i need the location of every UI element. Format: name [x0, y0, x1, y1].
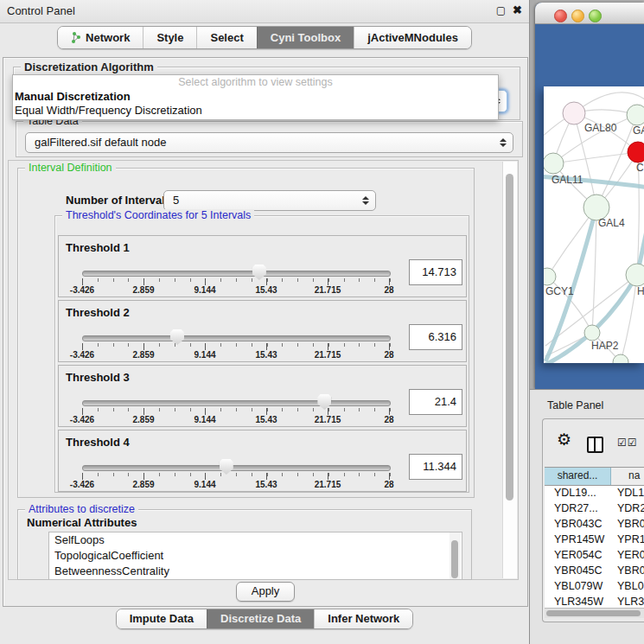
dropdown-option-equal-width[interactable]: Equal Width/Frequency Discretization [13, 104, 498, 118]
node-label-gcy1: GCY1 [545, 285, 574, 297]
close-window-icon[interactable]: ✖ [513, 3, 522, 16]
table-row[interactable]: YBR045CYBR0 [545, 564, 644, 579]
tab-discretize-data[interactable]: Discretize Data [207, 609, 314, 628]
table-horizontal-scrollbar[interactable] [545, 608, 644, 618]
node-clipped-top-right[interactable] [627, 105, 644, 125]
control-panel-window: Control Panel ▢ ✖ Network Style Select C… [0, 0, 530, 644]
tick-label: 28 [384, 480, 393, 489]
tab-select[interactable]: Select [196, 27, 256, 48]
tab-jactivemnodules-label: jActiveMNodules [367, 27, 458, 48]
node-gal80[interactable] [563, 102, 585, 124]
tab-jactivemnodules[interactable]: jActiveMNodules [354, 27, 471, 48]
scrollbar-thumb[interactable] [506, 174, 513, 501]
cell: YPR1 [617, 533, 644, 545]
table-row[interactable]: YLR345WYLR3 [545, 595, 644, 608]
float-window-icon[interactable]: ▢ [496, 4, 506, 16]
attributes-panel-title: Attributes to discretize [25, 503, 138, 515]
discretization-algorithm-title: Discretization Algorithm [21, 61, 157, 73]
network-canvas[interactable]: GAL80 GA C GAL11 GAL4 GCY1 H HAP2 [544, 86, 644, 363]
number-of-intervals-combobox[interactable]: 5 [163, 190, 376, 211]
tab-network-label: Network [86, 27, 130, 48]
node-label-hap2: HAP2 [591, 340, 619, 352]
gear-icon[interactable]: ⚙ [557, 431, 571, 448]
tab-impute-data[interactable]: Impute Data [117, 609, 207, 628]
cyni-content-panel: Discretization Algorithm Table Data galF… [3, 57, 528, 607]
node-hap2[interactable] [584, 325, 600, 341]
tick-label: 21.715 [315, 350, 341, 360]
threshold-4-box: Threshold 4 -3.426 2.859 9.144 15.43 21.… [58, 430, 467, 492]
tick-label: 9.144 [194, 415, 215, 424]
threshold-2-box: Threshold 2 -3.426 2.859 9.144 15.43 21.… [58, 300, 467, 362]
cell: YER054C [554, 549, 603, 561]
table-row[interactable]: YBL079WYBL0 [545, 579, 644, 595]
cell: YBL0 [617, 580, 644, 592]
column-header-name[interactable]: na [611, 468, 644, 485]
node-selected-red[interactable] [628, 142, 644, 163]
threshold-1-label: Threshold 1 [66, 241, 130, 254]
table-row[interactable]: YPR145WYPR1 [545, 532, 644, 548]
checkbox-icons[interactable]: ☑☑ [617, 437, 638, 449]
node-label-gal11: GAL11 [552, 174, 583, 186]
split-columns-icon[interactable] [587, 437, 603, 453]
tick-label: -3.426 [70, 285, 94, 295]
threshold-3-slider-track[interactable] [82, 400, 391, 406]
combo-arrows-icon [362, 196, 369, 205]
cell: YER0 [617, 549, 644, 561]
cell: YBR0 [617, 564, 644, 577]
algorithm-dropdown-popup: Select algorithm to view settings Manual… [12, 74, 499, 120]
dropdown-option-manual-discretization[interactable]: Manual Discretization [13, 90, 498, 104]
tab-infer-network[interactable]: Infer Network [314, 609, 412, 628]
interval-definition-panel: Interval Definition Number of Intervals … [17, 168, 475, 498]
threshold-4-label: Threshold 4 [66, 436, 130, 449]
threshold-4-value-field[interactable]: 11.344 [409, 454, 462, 480]
node-right-h[interactable] [626, 264, 644, 286]
scrollbar-thumb[interactable] [546, 610, 641, 616]
node-gal11[interactable] [544, 153, 564, 174]
number-of-intervals-value: 5 [173, 191, 179, 210]
apply-button[interactable]: Apply [236, 582, 295, 602]
table-row[interactable]: YBR043CYBR0 [545, 517, 644, 532]
slider-major-ticks [82, 343, 391, 350]
threshold-2-value-field[interactable]: 6.316 [409, 324, 462, 350]
dropdown-placeholder-option[interactable]: Select algorithm to view settings [13, 75, 498, 90]
zoom-traffic-light-icon[interactable] [589, 10, 602, 22]
attributes-list-scrollbar[interactable] [450, 532, 461, 579]
minimize-traffic-light-icon[interactable] [571, 10, 584, 22]
table-row[interactable]: YER054CYER0 [545, 548, 644, 564]
control-panel-titlebar: Control Panel ▢ ✖ [0, 0, 529, 23]
column-header-shared-name[interactable]: shared... [545, 468, 611, 485]
tick-label: 15.43 [255, 285, 277, 295]
table-row[interactable]: YDR27...YDR2 [545, 501, 644, 517]
tick-label: 2.859 [132, 350, 154, 360]
table-data-combobox[interactable]: galFiltered.sif default node [25, 132, 513, 153]
tab-select-label: Select [210, 27, 243, 48]
tab-cyni-toolbox[interactable]: Cyni Toolbox [257, 27, 354, 48]
tab-discretize-data-label: Discretize Data [220, 609, 301, 628]
threshold-1-slider-track[interactable] [82, 271, 391, 277]
settings-scrollpane: Interval Definition Number of Intervals … [8, 160, 519, 580]
settings-vertical-scrollbar[interactable] [502, 162, 517, 578]
tick-label: 9.144 [194, 480, 215, 489]
list-item[interactable]: TopologicalCoefficient [49, 548, 462, 564]
list-item[interactable]: BetweennessCentrality [49, 564, 462, 579]
tab-network[interactable]: Network [58, 27, 143, 48]
node-label-gal80: GAL80 [584, 122, 617, 134]
tick-label: 2.859 [132, 285, 154, 295]
tick-label: 2.859 [132, 480, 154, 489]
cell: YBR043C [554, 518, 603, 530]
cell: YDL1 [617, 487, 644, 499]
slider-major-ticks [82, 408, 391, 415]
table-data-panel: Table Data galFiltered.sif default node [16, 121, 523, 157]
threshold-1-value-field[interactable]: 14.713 [409, 259, 462, 285]
threshold-3-value-field[interactable]: 21.4 [409, 389, 462, 415]
cell: YDR2 [617, 502, 644, 514]
tab-style[interactable]: Style [143, 27, 196, 48]
network-window-titlebar [535, 3, 644, 24]
threshold-4-slider-track[interactable] [82, 465, 391, 471]
table-row[interactable]: YDL19...YDL1 [545, 486, 644, 501]
list-item[interactable]: SelfLoops [49, 532, 462, 548]
screenshot-root: Control Panel ▢ ✖ Network Style Select C… [0, 0, 644, 644]
close-traffic-light-icon[interactable] [554, 10, 567, 22]
tick-label: 28 [384, 285, 393, 295]
threshold-2-slider-track[interactable] [82, 335, 391, 341]
